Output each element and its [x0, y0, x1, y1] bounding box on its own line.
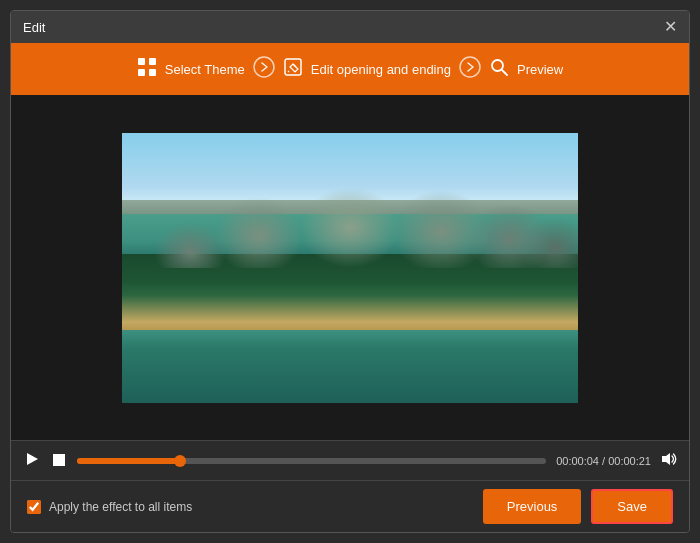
stop-icon — [53, 454, 65, 466]
video-area — [11, 95, 689, 440]
svg-line-8 — [502, 70, 507, 75]
previous-button[interactable]: Previous — [483, 489, 582, 524]
svg-marker-10 — [662, 453, 670, 465]
step1-label: Select Theme — [165, 62, 245, 77]
svg-marker-9 — [27, 453, 38, 465]
step3-preview[interactable]: Preview — [489, 57, 563, 82]
svg-rect-3 — [149, 69, 156, 76]
play-button[interactable] — [23, 450, 41, 471]
step2-label: Edit opening and ending — [311, 62, 451, 77]
step3-label: Preview — [517, 62, 563, 77]
svg-rect-2 — [138, 69, 145, 76]
grid-icon — [137, 57, 157, 82]
time-total: 00:00:21 — [608, 455, 651, 467]
time-separator: / — [599, 455, 608, 467]
checkbox-area: Apply the effect to all items — [27, 500, 192, 514]
apply-effect-label: Apply the effect to all items — [49, 500, 192, 514]
action-buttons: Previous Save — [483, 489, 673, 524]
svg-point-4 — [254, 57, 274, 77]
toolbar: Select Theme Edit opening and ending — [11, 43, 689, 95]
stop-button[interactable] — [51, 452, 67, 470]
title-bar: Edit ✕ — [11, 11, 689, 43]
svg-rect-5 — [285, 59, 301, 75]
controls-bar: 00:00:04 / 00:00:21 — [11, 440, 689, 480]
arrow1-icon — [253, 56, 275, 83]
step1-select-theme[interactable]: Select Theme — [137, 57, 245, 82]
step2-edit-opening[interactable]: Edit opening and ending — [283, 57, 451, 82]
progress-thumb — [174, 455, 186, 467]
arrow2-icon — [459, 56, 481, 83]
volume-button[interactable] — [661, 451, 677, 470]
edit-icon — [283, 57, 303, 82]
window-title: Edit — [23, 20, 45, 35]
svg-rect-0 — [138, 58, 145, 65]
progress-bar[interactable] — [77, 458, 546, 464]
svg-point-6 — [460, 57, 480, 77]
time-current: 00:00:04 — [556, 455, 599, 467]
edit-window: Edit ✕ Select Theme — [10, 10, 690, 533]
search-icon — [489, 57, 509, 82]
svg-point-7 — [492, 60, 503, 71]
apply-effect-checkbox[interactable] — [27, 500, 41, 514]
progress-fill — [77, 458, 180, 464]
bottom-bar: Apply the effect to all items Previous S… — [11, 480, 689, 532]
svg-rect-1 — [149, 58, 156, 65]
video-frame — [122, 133, 578, 403]
time-display: 00:00:04 / 00:00:21 — [556, 455, 651, 467]
close-button[interactable]: ✕ — [664, 19, 677, 35]
save-button[interactable]: Save — [591, 489, 673, 524]
